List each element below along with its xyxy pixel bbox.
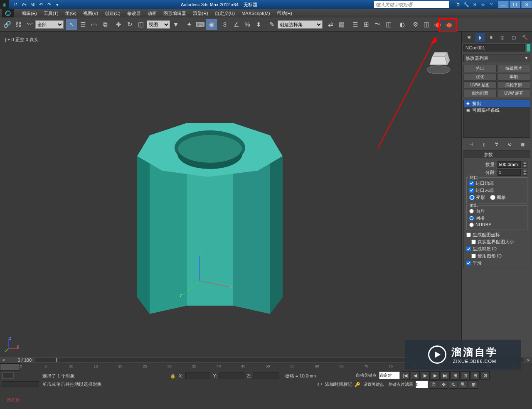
- menu-views[interactable]: 视图(V): [80, 10, 102, 17]
- segments-spinner[interactable]: 1: [498, 169, 521, 176]
- help-icon[interactable]: ?: [488, 1, 495, 8]
- layers-icon[interactable]: ☰: [350, 19, 360, 30]
- menu-animation[interactable]: 动画: [144, 10, 160, 17]
- nav-3-icon[interactable]: ⊟: [470, 371, 480, 380]
- redo-icon[interactable]: ↷: [46, 1, 52, 8]
- smooth-checkbox[interactable]: [466, 261, 471, 265]
- hierarchy-tab-icon[interactable]: ♜: [487, 33, 496, 42]
- gen-mat-id-checkbox[interactable]: [466, 247, 471, 251]
- link-icon[interactable]: 🔗: [2, 19, 12, 30]
- maximize-button[interactable]: ☐: [510, 1, 520, 8]
- viewcube[interactable]: [424, 48, 453, 77]
- use-shape-id-checkbox[interactable]: [471, 254, 476, 258]
- select-by-name-icon[interactable]: ☰: [77, 19, 88, 30]
- snap-3d-icon[interactable]: 3: [219, 19, 230, 30]
- script-listener-icon[interactable]: [2, 372, 14, 380]
- menu-edit[interactable]: 编辑(E): [18, 10, 40, 17]
- angle-snap-icon[interactable]: ∠: [231, 19, 241, 30]
- nurbs-radio[interactable]: [469, 223, 474, 227]
- morph-radio[interactable]: [469, 195, 475, 200]
- lock-icon[interactable]: 🔒: [170, 372, 176, 379]
- time-config-icon[interactable]: ⏱: [429, 380, 438, 389]
- mod-btn-uvw-unwrap[interactable]: UVW 展开: [498, 90, 531, 97]
- align-icon[interactable]: ▤: [336, 19, 347, 30]
- named-selection-dropdown[interactable]: 创建选择集: [278, 20, 323, 29]
- make-unique-icon[interactable]: ∀: [493, 140, 500, 148]
- spinner-up-icon[interactable]: ▲: [522, 161, 527, 164]
- manage-layers-icon[interactable]: ⊞: [361, 19, 372, 30]
- menu-maxscript[interactable]: MAXScript(M): [238, 11, 273, 16]
- gen-mapping-checkbox[interactable]: [466, 233, 471, 237]
- bind-icon[interactable]: 〰: [24, 19, 35, 30]
- binoculars-icon[interactable]: 🔭: [455, 1, 461, 8]
- wrench-icon[interactable]: 🔧: [463, 1, 470, 8]
- mod-btn-turbosmooth[interactable]: 涡轮平滑: [498, 81, 531, 89]
- tag-icon[interactable]: 🏷: [316, 381, 323, 387]
- selection-filter-dropdown[interactable]: 全部: [35, 20, 64, 29]
- add-time-tag[interactable]: 添加时间标记: [325, 381, 352, 387]
- edit-named-sel-icon[interactable]: ✎: [266, 19, 277, 30]
- unlink-icon[interactable]: ⛓: [13, 19, 24, 30]
- render-setup-icon[interactable]: ⚙: [410, 19, 421, 30]
- scale-icon[interactable]: ◫: [135, 19, 146, 30]
- nav-2-icon[interactable]: ⊡: [461, 371, 470, 380]
- mod-btn-lathe[interactable]: 车削: [498, 73, 531, 81]
- goto-end-icon[interactable]: ▶|: [441, 371, 450, 380]
- open-icon[interactable]: 🗁: [21, 1, 27, 8]
- modifier-stack[interactable]: ◉ 挤出 ▣ 可编辑样条线: [463, 100, 530, 138]
- motion-tab-icon[interactable]: ◎: [498, 33, 507, 42]
- selected-input[interactable]: [379, 372, 400, 379]
- mod-btn-bevel-profile[interactable]: 倒角剖面: [463, 90, 497, 97]
- rollout-header[interactable]: -参数: [464, 151, 530, 158]
- manipulate-icon[interactable]: ✦: [184, 19, 195, 30]
- rotate-icon[interactable]: ↻: [124, 19, 135, 30]
- ref-coord-dropdown[interactable]: 视图: [147, 20, 170, 29]
- mesh-radio[interactable]: [469, 216, 474, 220]
- app-logo[interactable]: ◉: [0, 0, 9, 9]
- percent-snap-icon[interactable]: %: [242, 19, 253, 30]
- current-frame-input[interactable]: [416, 381, 428, 388]
- search-input[interactable]: [374, 1, 449, 8]
- set-key-button[interactable]: 设置关键点: [362, 382, 386, 387]
- real-world-checkbox[interactable]: [471, 240, 476, 244]
- menu-help[interactable]: 帮助(H): [273, 10, 296, 17]
- window-crossing-icon[interactable]: ⧉: [100, 19, 111, 30]
- pin-stack-icon[interactable]: ⊣: [468, 140, 475, 148]
- nav-6-icon[interactable]: ↻: [449, 380, 458, 389]
- menu-graph-editors[interactable]: 图形编辑器: [160, 10, 190, 17]
- object-color-swatch[interactable]: [527, 44, 530, 51]
- move-icon[interactable]: ✥: [113, 19, 124, 30]
- snap-toggle-icon[interactable]: ◉: [206, 19, 217, 30]
- menu-customize[interactable]: 自定义(U): [212, 10, 238, 17]
- qat-dropdown-icon[interactable]: ▾: [54, 1, 61, 8]
- star-icon[interactable]: ☆: [480, 1, 486, 8]
- mod-btn-edit-patch[interactable]: 编辑面片: [498, 65, 531, 72]
- menu-modifiers[interactable]: 修改器: [124, 10, 144, 17]
- modify-tab-icon[interactable]: ◗: [475, 33, 485, 42]
- coord-y-input[interactable]: [219, 372, 244, 379]
- spinner-down-icon[interactable]: ▼: [522, 172, 527, 176]
- configure-sets-icon[interactable]: ▦: [519, 140, 526, 148]
- mirror-icon[interactable]: ⇄: [325, 19, 336, 30]
- stack-item-extrude[interactable]: ◉ 挤出: [464, 100, 530, 107]
- pivot-icon[interactable]: ▼: [170, 19, 181, 30]
- prev-frame-icon[interactable]: ◀: [411, 371, 420, 380]
- nav-1-icon[interactable]: ⊞: [451, 371, 460, 380]
- menu-create[interactable]: 创建(C): [101, 10, 123, 17]
- menu-tools[interactable]: 工具(T): [40, 10, 62, 17]
- material-editor-icon[interactable]: ◐: [397, 19, 407, 30]
- keyboard-shortcut-icon[interactable]: ⌨: [195, 19, 206, 30]
- display-tab-icon[interactable]: ▢: [509, 33, 518, 42]
- key-icon[interactable]: 🔑: [354, 381, 361, 388]
- rect-select-icon[interactable]: ▭: [89, 19, 99, 30]
- remove-modifier-icon[interactable]: ⊘: [506, 140, 513, 148]
- object-name-input[interactable]: [463, 44, 525, 51]
- schematic-view-icon[interactable]: ◫: [383, 19, 394, 30]
- stack-item-editable-spline[interactable]: ▣ 可编辑样条线: [464, 107, 530, 113]
- search-box[interactable]: [374, 1, 449, 8]
- modifier-list-dropdown[interactable]: 修改器列表: [463, 54, 530, 62]
- mod-btn-optimize[interactable]: 优化: [463, 73, 497, 81]
- minimize-button[interactable]: —: [498, 1, 509, 8]
- render-icon[interactable]: 🫖: [432, 19, 443, 30]
- close-button[interactable]: ✕: [521, 1, 532, 8]
